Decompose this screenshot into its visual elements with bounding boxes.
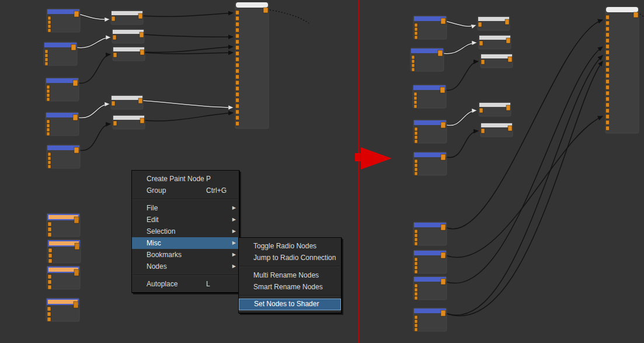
node-blue[interactable]: [410, 48, 444, 71]
input-port[interactable]: [414, 96, 417, 100]
input-port[interactable]: [48, 280, 51, 284]
node-white[interactable]: [481, 123, 513, 137]
input-port[interactable]: [236, 110, 239, 114]
input-port[interactable]: [48, 285, 51, 289]
node-selected-orange[interactable]: [47, 240, 81, 263]
node-blue[interactable]: [413, 250, 447, 273]
input-port[interactable]: [606, 44, 610, 48]
input-port[interactable]: [415, 242, 417, 245]
context-menu-item-bookmarks[interactable]: Bookmarks▶: [132, 249, 239, 261]
output-port[interactable]: [441, 154, 445, 160]
node-blue[interactable]: [413, 222, 447, 245]
input-port[interactable]: [236, 22, 239, 26]
input-port[interactable]: [112, 16, 115, 21]
input-port[interactable]: [47, 124, 50, 127]
output-port[interactable]: [74, 302, 78, 308]
input-port[interactable]: [606, 115, 610, 119]
node-blue[interactable]: [413, 276, 447, 300]
node-white[interactable]: [479, 102, 511, 116]
input-port[interactable]: [236, 11, 239, 15]
input-port[interactable]: [47, 132, 50, 136]
input-port[interactable]: [415, 160, 417, 163]
output-port[interactable]: [441, 122, 445, 128]
input-port[interactable]: [48, 16, 51, 20]
node-blue[interactable]: [413, 85, 446, 108]
node-blue[interactable]: [47, 9, 80, 32]
context-menu-item-autoplace[interactable]: AutoplaceL: [132, 278, 239, 290]
output-port[interactable]: [73, 80, 78, 86]
node-body[interactable]: [235, 2, 269, 129]
input-port[interactable]: [415, 258, 417, 261]
input-port[interactable]: [236, 40, 239, 44]
input-port[interactable]: [415, 320, 417, 323]
input-port[interactable]: [47, 98, 50, 101]
input-port[interactable]: [48, 165, 51, 168]
input-port[interactable]: [606, 27, 610, 31]
input-port[interactable]: [113, 121, 117, 126]
output-port[interactable]: [441, 279, 445, 285]
output-port[interactable]: [441, 18, 445, 24]
input-port[interactable]: [479, 41, 483, 46]
input-port[interactable]: [415, 292, 417, 296]
input-port[interactable]: [48, 227, 51, 231]
input-port[interactable]: [415, 328, 417, 331]
input-port[interactable]: [236, 104, 239, 108]
input-port[interactable]: [236, 69, 239, 73]
input-port[interactable]: [415, 324, 417, 327]
input-port[interactable]: [412, 68, 415, 71]
input-port[interactable]: [415, 136, 417, 139]
output-port[interactable]: [441, 252, 445, 258]
output-port[interactable]: [263, 8, 268, 13]
input-port[interactable]: [606, 120, 610, 124]
input-port[interactable]: [236, 16, 239, 20]
input-port[interactable]: [414, 105, 417, 108]
input-port[interactable]: [236, 98, 239, 102]
input-port[interactable]: [47, 93, 50, 97]
input-port[interactable]: [236, 46, 239, 50]
output-port[interactable]: [71, 44, 76, 50]
output-port[interactable]: [138, 13, 142, 19]
input-port[interactable]: [45, 54, 48, 57]
output-port[interactable]: [74, 269, 79, 276]
input-port[interactable]: [415, 32, 417, 35]
input-port[interactable]: [606, 85, 610, 89]
input-port[interactable]: [606, 97, 610, 101]
node-shader-tall[interactable]: [235, 2, 269, 129]
input-port[interactable]: [48, 248, 52, 252]
input-port[interactable]: [48, 254, 52, 258]
input-port[interactable]: [415, 27, 417, 31]
input-port[interactable]: [113, 53, 117, 57]
input-port[interactable]: [412, 64, 415, 67]
node-body[interactable]: [605, 7, 639, 133]
input-port[interactable]: [415, 131, 417, 135]
input-port[interactable]: [415, 262, 417, 265]
node-blue[interactable]: [413, 16, 447, 39]
node-shader-tall[interactable]: [605, 7, 639, 133]
input-port[interactable]: [236, 86, 239, 91]
input-port[interactable]: [415, 168, 417, 171]
input-port[interactable]: [48, 153, 51, 156]
input-port[interactable]: [606, 74, 610, 78]
input-port[interactable]: [48, 29, 51, 32]
input-port[interactable]: [415, 316, 417, 319]
output-port[interactable]: [441, 310, 445, 316]
input-port[interactable]: [606, 79, 610, 84]
input-port[interactable]: [606, 91, 610, 95]
input-port[interactable]: [415, 288, 417, 292]
input-port[interactable]: [606, 33, 610, 37]
node-white[interactable]: [112, 29, 144, 43]
input-port[interactable]: [236, 116, 239, 120]
output-port[interactable]: [508, 57, 512, 62]
input-port[interactable]: [415, 164, 417, 167]
output-port[interactable]: [633, 12, 638, 18]
output-port[interactable]: [74, 11, 79, 17]
input-port[interactable]: [236, 92, 239, 96]
input-port[interactable]: [47, 120, 50, 123]
input-port[interactable]: [415, 36, 417, 39]
input-port[interactable]: [48, 25, 51, 28]
misc-submenu-item-multi-rename-nodes[interactable]: Multi Rename Nodes: [239, 269, 341, 281]
node-blue[interactable]: [46, 78, 79, 101]
input-port[interactable]: [236, 122, 239, 126]
input-port[interactable]: [112, 101, 115, 106]
input-port[interactable]: [415, 270, 417, 273]
